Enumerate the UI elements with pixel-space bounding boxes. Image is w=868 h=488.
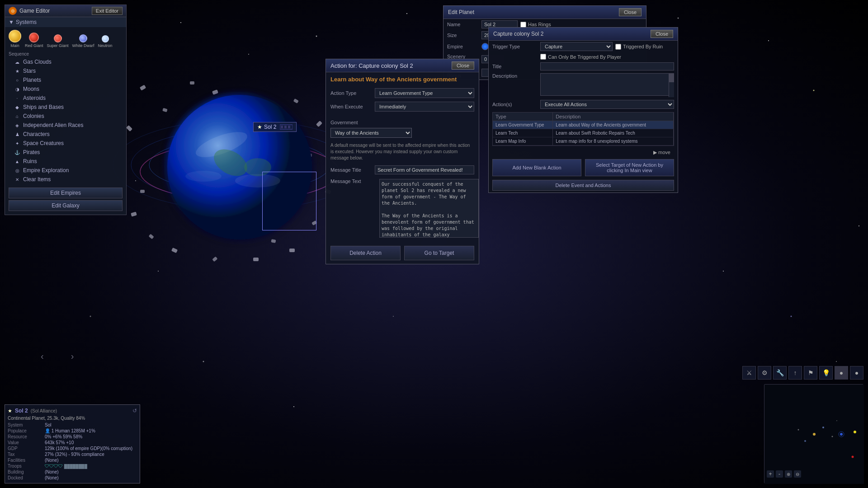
scroll-bar[interactable] [669, 73, 674, 97]
sidebar-item-colonies[interactable]: ⌂ Colonies [5, 112, 126, 121]
msg-text-label: Message Text [330, 177, 371, 184]
msg-text-row: Message Text [326, 176, 479, 242]
cp-desc-row: Description [489, 72, 678, 99]
editor-icon: ⚙ [9, 7, 17, 15]
has-rings-checkbox[interactable] [520, 22, 526, 28]
asteroids-label: Asteroids [23, 95, 46, 101]
nav-back-arrow[interactable]: ‹ [41, 351, 44, 361]
facilities-label: Facilities [8, 458, 44, 463]
svg-rect-29 [212, 89, 218, 95]
remove-label: ▶ move [650, 149, 674, 156]
can-only-triggered-checkbox[interactable] [540, 54, 546, 60]
svg-rect-38 [140, 190, 145, 193]
sequence-label: Sequence [5, 51, 126, 57]
svg-point-59 [836, 420, 837, 421]
svg-point-12 [203, 361, 204, 362]
edit-galaxy-button[interactable]: Edit Galaxy [9, 200, 123, 211]
when-execute-select[interactable]: Immediately [375, 102, 474, 112]
svg-rect-35 [289, 249, 295, 252]
table-row-1[interactable]: Learn Tech Learn about Swift Robotic Rep… [493, 129, 674, 137]
svg-text:⊖: ⊖ [796, 472, 799, 477]
toolbar-icon-1[interactable]: ⚙ [758, 366, 771, 380]
sidebar-item-stars[interactable]: ★ Stars [5, 66, 126, 75]
main-star-circle [9, 30, 21, 42]
svg-rect-30 [293, 99, 299, 103]
table-row-0[interactable]: Learn Government Type Learn about Way of… [493, 121, 674, 129]
action-dialog-footer: Delete Action Go to Target [326, 242, 479, 264]
svg-rect-37 [131, 212, 137, 217]
pirates-label: Pirates [23, 149, 40, 155]
sidebar-item-planets[interactable]: ○ Planets [5, 75, 126, 84]
star-red-giant[interactable]: Red Giant [25, 33, 43, 48]
trigger-type-select[interactable]: Capture [540, 42, 613, 51]
toolbar-icon-7[interactable]: ● [850, 366, 863, 380]
actions-select[interactable]: Execute All Actions [540, 100, 674, 109]
star-super-giant[interactable]: Super Giant [47, 34, 69, 48]
stars-label: Stars [23, 68, 36, 74]
government-label: Government [326, 118, 479, 126]
sidebar-item-asteroids[interactable]: · Asteroids [5, 94, 126, 103]
pop-icon: 👤 [45, 428, 50, 433]
capture-close-button[interactable]: Close [651, 30, 673, 38]
toolbar-icon-3[interactable]: ↑ [788, 366, 802, 380]
cp-description-textarea[interactable] [540, 73, 674, 96]
type-col-header: Type [493, 113, 553, 121]
sidebar-item-characters[interactable]: ♟ Characters [5, 130, 126, 139]
system-value: Sol [45, 422, 137, 427]
table-row-2[interactable]: Learn Map Info Learn map info for 8 unex… [493, 137, 674, 145]
add-new-blank-button[interactable]: Add New Blank Action [492, 159, 581, 176]
alien-races-label: Independent Alien Races [23, 122, 83, 128]
toolbar-icon-2[interactable]: 🔧 [773, 366, 787, 380]
edit-empires-button[interactable]: Edit Empires [9, 188, 123, 198]
government-select-row: Way of the Ancients [326, 126, 479, 140]
sidebar-item-gas-clouds[interactable]: ☁ Gas Clouds [5, 57, 126, 66]
sidebar-item-empire-exploration[interactable]: ◎ Empire Exploration [5, 166, 126, 175]
sidebar-item-clear-items[interactable]: ✕ Clear Items [5, 175, 126, 184]
msg-title-input[interactable] [375, 165, 474, 174]
gdp-value: 129k (100% of empire GDP)(0% corruption) [45, 446, 137, 451]
svg-rect-27 [126, 125, 132, 131]
cp-title-input[interactable] [540, 62, 674, 70]
delete-event-row: Delete Event and Actions [489, 178, 678, 192]
toolbar-icon-0[interactable]: ⚔ [742, 366, 756, 380]
star-white-dwarf[interactable]: White Dwarf [72, 34, 94, 48]
star-main[interactable]: Main [9, 30, 21, 48]
nav-forward-arrow[interactable]: › [71, 351, 74, 361]
star-neutron[interactable]: Neutron [98, 35, 113, 48]
delete-event-button[interactable]: Delete Event and Actions [492, 180, 674, 191]
building-label: Building [8, 469, 44, 474]
sidebar-item-independent-alien-races[interactable]: ◈ Independent Alien Races [5, 121, 126, 130]
sidebar-item-pirates[interactable]: ⚓ Pirates [5, 148, 126, 157]
svg-point-55 [822, 427, 824, 428]
toolbar-icon-4[interactable]: ⚑ [804, 366, 817, 380]
sidebar-item-ruins[interactable]: ▲ Ruins [5, 157, 126, 166]
learn-label: Learn about Way of the Ancients governme… [326, 72, 479, 86]
troops-label: Troops [8, 464, 44, 469]
svg-point-6 [248, 54, 249, 55]
value-label: Value [8, 440, 44, 445]
sidebar-item-moons[interactable]: ◑ Moons [5, 84, 126, 94]
svg-rect-42 [271, 239, 276, 243]
go-to-target-button[interactable]: Go to Target [404, 246, 474, 260]
svg-point-0 [180, 22, 181, 23]
action-dialog-header: Action for: Capture colony Sol 2 Close [326, 59, 479, 72]
planet-info-panel: ★ Sol 2 (Sol Alliance) ↺ Continental Pla… [5, 404, 140, 483]
row1-desc: Learn about Swift Robotic Repairs Tech [553, 129, 674, 137]
delete-action-button[interactable]: Delete Action [330, 246, 401, 260]
sidebar-item-space-creatures[interactable]: ✦ Space Creatures [5, 139, 126, 148]
mini-map[interactable]: + - ⊕ ⊖ [764, 384, 863, 483]
action-type-select[interactable]: Learn Government Type [375, 88, 474, 98]
government-select[interactable]: Way of the Ancients [330, 128, 412, 138]
refresh-icon[interactable]: ↺ [132, 408, 137, 414]
msg-text-area[interactable] [379, 179, 479, 238]
toolbar-icon-5[interactable]: 💡 [819, 366, 833, 380]
action-dialog-close-button[interactable]: Close [452, 61, 474, 70]
edit-planet-close-button[interactable]: Close [619, 8, 642, 16]
exit-editor-button[interactable]: Exit Editor [92, 7, 123, 15]
select-target-button[interactable]: Select Target of New Action by clicking … [585, 159, 674, 176]
triggered-by-ruin-checkbox[interactable] [615, 44, 621, 50]
toolbar-icon-6[interactable]: ● [835, 366, 848, 380]
svg-rect-41 [253, 258, 259, 261]
svg-rect-36 [149, 234, 154, 239]
sidebar-item-ships-and-bases[interactable]: ◆ Ships and Bases [5, 103, 126, 112]
